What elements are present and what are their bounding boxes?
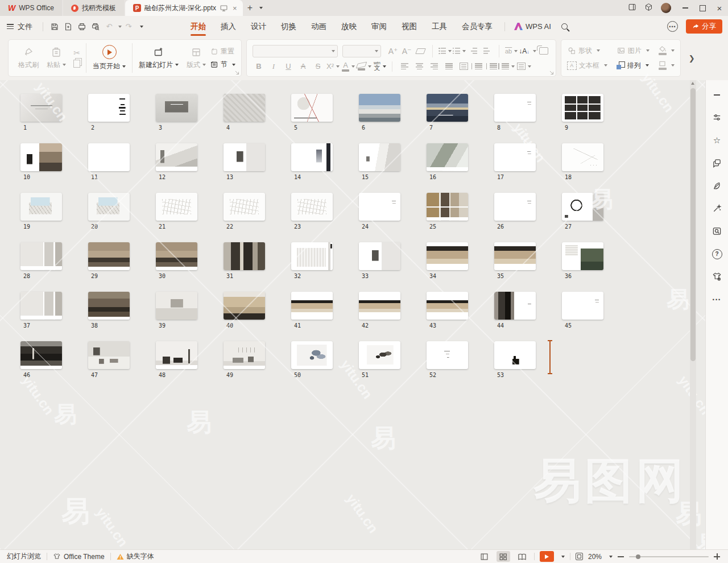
export-icon[interactable] [61,20,75,34]
slide-thumbnail-32[interactable] [291,242,333,270]
zoom-slider[interactable] [629,556,709,557]
numbered-list-button[interactable] [453,46,466,56]
zoom-chevron-icon[interactable] [609,556,613,558]
slide-thumbnail-44[interactable] [494,292,536,320]
tab-list-chevron-icon[interactable] [259,7,263,9]
slide-thumbnail-6[interactable] [359,94,400,122]
slide-thumbnail-51[interactable] [359,341,400,369]
app-home-tab[interactable]: W WPS Office [0,0,62,16]
magic-wand-icon[interactable] [710,202,724,215]
tab-design[interactable]: 设计 [243,16,274,37]
maximize-button[interactable] [694,0,711,16]
line-spacing-button[interactable] [502,61,515,72]
slide-thumbnail-22[interactable] [224,193,265,221]
slide-thumbnail-36[interactable] [562,242,603,270]
split-window-icon[interactable] [628,3,636,13]
tab-slideshow[interactable]: 放映 [334,16,364,37]
tab-member[interactable]: 会员专享 [454,16,500,37]
font-size-select[interactable] [342,45,381,57]
slide-thumbnail-1[interactable] [20,94,62,122]
scrollbar-thumb[interactable] [690,88,696,361]
slide-thumbnail-21[interactable] [156,193,197,221]
slide-thumbnail-2[interactable] [88,94,130,122]
user-avatar[interactable] [661,3,671,13]
new-tab-button[interactable]: + [243,3,257,13]
textbox-button[interactable]: A 文本框 [567,61,607,71]
increase-font-button[interactable]: A⁺ [387,46,399,56]
pinyin-guide-button[interactable]: wén文 [374,61,386,72]
slide-thumbnail-5[interactable] [291,94,333,122]
theme-button[interactable]: Office Theme [53,553,105,561]
justify-button[interactable] [442,61,455,72]
char-border-button[interactable]: A [297,61,309,72]
slide-thumbnail-4[interactable] [224,94,265,122]
wps-ai-button[interactable]: WPS AI [514,22,551,31]
slide-thumbnail-33[interactable] [359,242,400,270]
scroll-up-arrow-icon[interactable] [691,82,694,85]
slide-sorter-view-button[interactable] [497,551,510,562]
collapse-panel-icon[interactable] [710,88,724,101]
character-spacing-button[interactable]: ab [505,46,518,56]
fit-slide-icon[interactable] [576,553,583,560]
dialog-launcher-icon[interactable] [235,71,239,75]
slide-thumbnail-25[interactable] [427,193,468,221]
zoom-out-button[interactable] [618,556,624,557]
strikethrough-button[interactable]: S [312,61,324,72]
slide-thumbnail-10[interactable] [20,143,62,171]
missing-fonts-warning[interactable]: 缺失字体 [117,552,154,561]
shapes-button[interactable]: 形状 [567,46,607,56]
normal-view-button[interactable] [478,551,491,562]
skin-theme-icon[interactable] [710,270,724,283]
vertical-scrollbar[interactable] [690,80,696,549]
print-icon[interactable] [75,20,89,34]
search-icon[interactable] [561,23,568,30]
outline-color-button[interactable] [659,61,675,70]
new-slide-button[interactable]: 新建幻灯片 [135,47,183,70]
section-button[interactable]: 节 [210,60,235,69]
properties-sliders-icon[interactable] [710,111,724,124]
slide-thumbnail-48[interactable] [156,341,197,369]
slide-thumbnail-47[interactable] [88,341,130,369]
align-center-button[interactable] [413,61,425,72]
clear-format-button[interactable] [414,46,427,56]
more-options-icon[interactable]: ••• [710,293,724,306]
slide-thumbnail-8[interactable] [494,94,536,122]
slide-thumbnail-46[interactable] [20,341,62,369]
slide-thumbnail-35[interactable] [494,242,536,270]
picture-button[interactable]: 图片 [617,46,650,56]
vertical-align-button[interactable] [517,61,531,72]
file-menu[interactable]: 文件 [18,22,32,32]
redo-icon[interactable]: ↷ [122,20,135,34]
dialog-launcher-icon[interactable] [549,71,554,75]
slide-thumbnail-16[interactable] [427,143,468,171]
slide-thumbnail-49[interactable] [224,341,265,369]
slide-thumbnail-40[interactable] [224,292,265,320]
slide-thumbnail-17[interactable] [494,143,536,171]
font-family-select[interactable] [253,45,338,57]
tab-home[interactable]: 开始 [183,16,213,37]
slide-thumbnail-15[interactable] [359,143,400,171]
slide-thumbnail-19[interactable] [20,193,62,221]
slide-thumbnail-34[interactable] [427,242,468,270]
slide-thumbnail-50[interactable] [291,341,333,369]
slide-thumbnail-31[interactable] [224,242,265,270]
slide-thumbnail-9[interactable] [562,94,603,122]
arrange-button[interactable]: 排列 [617,61,650,71]
slide-thumbnail-3[interactable] [156,94,197,122]
slide-thumbnail-38[interactable] [88,292,130,320]
decrease-font-button[interactable]: A⁻ [400,46,413,56]
highlight-color-button[interactable] [357,61,371,72]
close-document-icon[interactable]: × [231,4,238,13]
zoom-slider-knob[interactable] [636,554,640,559]
tab-docer-templates[interactable]: 找稻壳模板 [63,0,124,16]
minimize-button[interactable] [677,0,694,16]
reading-view-button[interactable] [515,551,529,562]
tab-review[interactable]: 审阅 [364,16,394,37]
slide-thumbnail-20[interactable] [88,193,130,221]
decrease-indent-button[interactable] [467,46,479,56]
reset-button[interactable]: 重置 [210,47,235,56]
slide-thumbnail-43[interactable] [427,292,468,320]
cut-icon[interactable]: ✂ [73,49,80,57]
bold-button[interactable]: B [253,61,265,72]
slide-thumbnail-37[interactable] [20,292,62,320]
